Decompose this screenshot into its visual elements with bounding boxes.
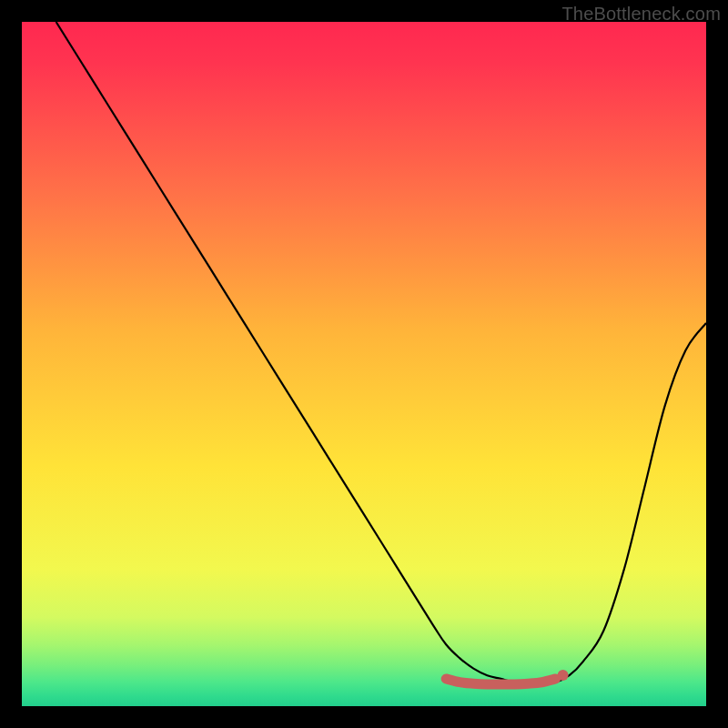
gradient-background (22, 22, 706, 706)
chart-svg (22, 22, 706, 706)
optimal-range-end-dot (558, 670, 569, 681)
chart-frame (22, 22, 706, 706)
watermark-text: TheBottleneck.com (561, 4, 721, 25)
optimal-range-marker (446, 679, 555, 684)
